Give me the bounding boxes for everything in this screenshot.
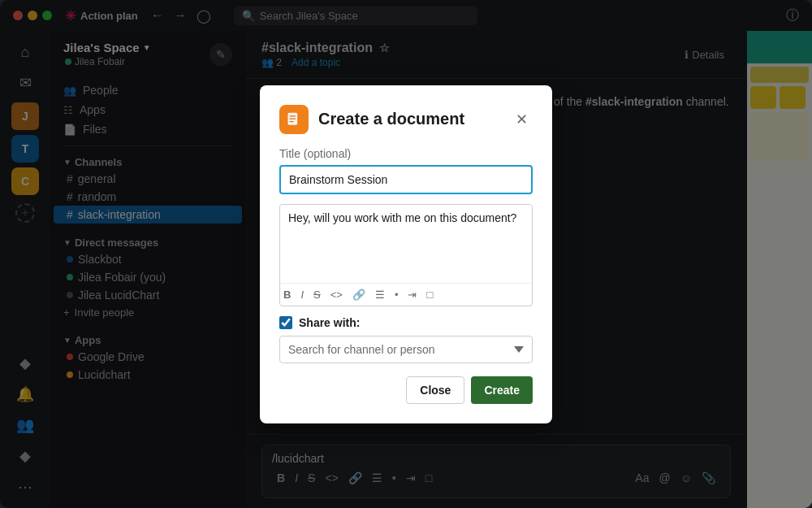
body-textarea[interactable] [280, 205, 532, 278]
document-icon-svg [286, 111, 302, 128]
modal-title-row: Create a document [279, 105, 464, 134]
body-textarea-container: B I S <> 🔗 ☰ • ⇥ □ [279, 204, 533, 306]
create-button[interactable]: Create [471, 376, 533, 404]
toolbar-ol-btn[interactable]: ☰ [372, 287, 388, 302]
toolbar-block-btn[interactable]: □ [423, 287, 436, 302]
toolbar-bold-btn[interactable]: B [280, 287, 294, 302]
toolbar-italic-btn[interactable]: I [297, 287, 307, 302]
title-label: Title (optional) [279, 147, 533, 160]
toolbar-strike-btn[interactable]: S [310, 287, 324, 302]
share-with-label: Share with: [299, 316, 360, 329]
modal-header: Create a document ✕ [279, 105, 533, 134]
close-button[interactable]: Close [406, 376, 464, 404]
toolbar-ul-btn[interactable]: • [391, 287, 402, 302]
toolbar-link-btn[interactable]: 🔗 [349, 287, 369, 302]
modal-close-x-button[interactable]: ✕ [511, 109, 533, 130]
toolbar-code-btn[interactable]: <> [327, 287, 346, 302]
text-toolbar: B I S <> 🔗 ☰ • ⇥ □ [280, 283, 532, 306]
modal-title: Create a document [318, 110, 464, 128]
modal-overlay: Create a document ✕ Title (optional) B I… [0, 0, 812, 508]
title-optional-text: (optional) [304, 147, 351, 160]
title-label-text: Title [279, 147, 300, 160]
create-document-modal: Create a document ✕ Title (optional) B I… [260, 85, 552, 423]
toolbar-indent-btn[interactable]: ⇥ [404, 287, 420, 302]
share-channel-select[interactable]: Search for channel or person [279, 336, 533, 363]
share-row: Share with: [279, 316, 533, 329]
share-checkbox[interactable] [279, 316, 292, 329]
title-input[interactable] [279, 165, 533, 194]
modal-app-icon [279, 105, 309, 134]
modal-footer: Close Create [279, 376, 533, 404]
